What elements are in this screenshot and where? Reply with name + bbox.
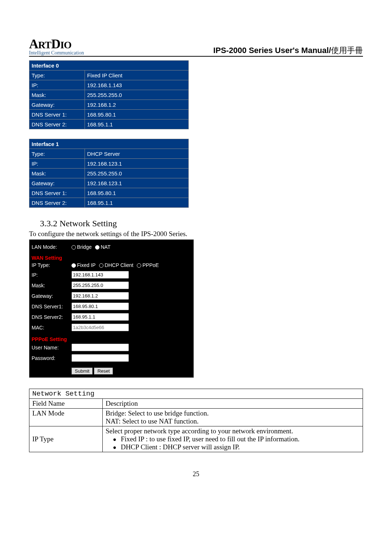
interface1-title: Interface 1 xyxy=(29,139,189,149)
radio-fixed-ip[interactable]: Fixed IP xyxy=(72,262,95,268)
username-input[interactable] xyxy=(72,344,129,351)
col-field: Field Name xyxy=(29,399,103,409)
radio-icon xyxy=(72,245,76,250)
ip-type-row: IP Type: Fixed IP DHCP Client PPPoE xyxy=(32,261,191,270)
manual-title: IPS-2000 Series User's Manual/使用手冊 xyxy=(213,45,363,56)
logo-tagline: Intelligent Communication xyxy=(29,50,84,56)
row-lanmode-desc: Bridge: Select to use bridge function. N… xyxy=(103,409,363,426)
col-desc: Description xyxy=(103,399,363,409)
radio-nat[interactable]: NAT xyxy=(95,244,110,250)
password-label: Password: xyxy=(32,355,72,361)
interface0-table: Interface 0 Type:Fixed IP Client IP:192.… xyxy=(29,60,189,129)
radio-icon xyxy=(72,263,76,268)
network-form-panel: LAN Mode: Bridge NAT WAN Setting IP Type… xyxy=(29,239,194,378)
reset-button[interactable]: Reset xyxy=(94,368,113,374)
radio-bridge[interactable]: Bridge xyxy=(72,244,91,250)
username-label: User Name: xyxy=(32,345,72,351)
ip-label: IP: xyxy=(32,272,72,278)
logo-block: ARTDIO Intelligent Communication xyxy=(29,36,84,56)
mask-input[interactable] xyxy=(72,281,129,289)
desc-table-title: Network Setting xyxy=(29,389,363,399)
radio-icon xyxy=(137,263,141,268)
dns1-label: DNS Server1: xyxy=(32,304,72,309)
bullet-icon: ● xyxy=(113,436,117,442)
dns2-label: DNS Server2: xyxy=(32,314,72,320)
radio-pppoe[interactable]: PPPoE xyxy=(137,262,159,268)
submit-button[interactable]: Submit xyxy=(72,368,93,374)
radio-dhcp-client[interactable]: DHCP Client xyxy=(99,262,133,268)
ip-input[interactable] xyxy=(72,271,129,279)
gateway-label: Gateway: xyxy=(32,293,72,299)
section-desc: To configure the network settings of the… xyxy=(29,230,363,238)
interface0-title: Interface 0 xyxy=(29,61,189,70)
bullet-icon: ● xyxy=(113,444,117,450)
lan-mode-label: LAN Mode: xyxy=(32,244,72,250)
dns2-input[interactable] xyxy=(72,313,129,321)
lan-mode-row: LAN Mode: Bridge NAT xyxy=(32,243,191,251)
row-iptype-desc: Select proper network type according to … xyxy=(103,426,363,452)
row-iptype-field: IP Type xyxy=(29,426,103,452)
logo-text: ARTDIO xyxy=(29,36,84,52)
mac-label: MAC: xyxy=(32,325,72,331)
pppoe-heading: PPPoE Setting xyxy=(32,336,191,342)
mac-input[interactable] xyxy=(72,324,129,331)
password-input[interactable] xyxy=(72,354,129,362)
network-setting-desc-table: Network Setting Field Name Description L… xyxy=(29,389,363,452)
ip-type-label: IP Type: xyxy=(32,262,72,268)
radio-icon xyxy=(95,245,99,250)
row-lanmode-field: LAN Mode xyxy=(29,409,103,426)
interface1-table: Interface 1 Type:DHCP Server IP:192.168.… xyxy=(29,139,189,208)
section-title: 3.3.2 Network Setting xyxy=(40,219,363,228)
gateway-input[interactable] xyxy=(72,292,129,300)
wan-heading: WAN Setting xyxy=(32,255,191,261)
dns1-input[interactable] xyxy=(72,303,129,310)
page-header: ARTDIO Intelligent Communication IPS-200… xyxy=(29,36,363,57)
mask-label: Mask: xyxy=(32,283,72,288)
radio-icon xyxy=(99,263,103,268)
page-number: 25 xyxy=(29,470,363,478)
